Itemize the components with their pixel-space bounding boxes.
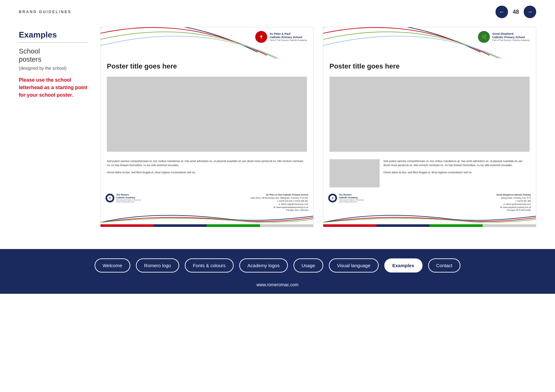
poster2-footer-address: Good Shepherd Catholic Primary Spring Ro… xyxy=(496,193,531,212)
poster2-logo-circle: 🌿 xyxy=(478,31,490,43)
poster1-body-para1: Sed putent sanctus comprehensam ut, eos … xyxy=(107,159,307,167)
svg-text:✝: ✝ xyxy=(109,197,111,200)
nav-usage[interactable]: Usage xyxy=(293,258,323,272)
poster1-footer: ✝ The Romero Catholic Academy Nurturing … xyxy=(101,191,313,227)
sidebar-instruction: Please use the school letterhead as a st… xyxy=(19,76,88,99)
poster2-footer-logo-text: The Romero Catholic Academy Nurturing th… xyxy=(339,193,364,203)
poster1-name-line2: Catholic Primary School xyxy=(270,36,307,39)
poster2-small-image xyxy=(329,159,380,187)
poster2-name-line3: Part of The Romero Catholic Academy xyxy=(492,39,530,42)
footer-nav: Welcome Romero logo Fonts & colours Acad… xyxy=(0,249,555,282)
poster2-main-image xyxy=(329,77,530,152)
poster-1: ✝ Ss Peter & Paul Catholic Primary Schoo… xyxy=(100,27,314,227)
poster1-footer-address: Ss Peter & Paul Catholic Primary School … xyxy=(251,193,308,212)
poster1-name-line1: Ss Peter & Paul xyxy=(270,32,307,36)
nav-controls: ← 48 → xyxy=(495,6,536,18)
poster2-footer-arcs xyxy=(323,213,536,222)
poster2-footer-logo: ✝ The Romero Catholic Academy Nurturing … xyxy=(328,193,364,203)
poster2-footer: ✝ The Romero Catholic Academy Nurturing … xyxy=(323,191,536,227)
poster1-main-image xyxy=(107,77,307,152)
page-number: 48 xyxy=(511,9,521,15)
sidebar-divider xyxy=(19,42,88,43)
brand-guidelines-label: BRAND GUIDELINES xyxy=(19,10,71,14)
sidebar: Examples School posters (designed by the… xyxy=(19,24,88,227)
poster1-logo: ✝ Ss Peter & Paul Catholic Primary Schoo… xyxy=(255,31,307,43)
poster2-name-line1: Good Shepherd xyxy=(492,32,530,36)
poster2-footer-logo-circle: ✝ xyxy=(328,194,337,202)
poster2-footer-content: ✝ The Romero Catholic Academy Nurturing … xyxy=(323,191,536,212)
nav-contact[interactable]: Contact xyxy=(428,258,461,272)
poster2-school-name: Good Shepherd Catholic Primary School Pa… xyxy=(492,32,530,42)
poster2-body-row: Sed putere sanctus comprehensam ut, eos … xyxy=(323,155,536,187)
footer-url: www.romeromac.com xyxy=(257,282,299,287)
poster2-footer-bar xyxy=(323,224,536,227)
poster1-body-para2: Omnis latine at duo, sed libris feugiat … xyxy=(107,171,307,175)
poster1-body: Sed putent sanctus comprehensam ut, eos … xyxy=(101,155,313,191)
poster1-title: Poster title goes here xyxy=(101,59,313,74)
posters-area: ✝ Ss Peter & Paul Catholic Primary Schoo… xyxy=(100,24,536,227)
sidebar-note: (designed by the school) xyxy=(19,66,88,71)
poster1-footer-bar xyxy=(101,224,313,227)
poster1-footer-content: ✝ The Romero Catholic Academy Nurturing … xyxy=(101,191,313,212)
footer-url-bar: www.romeromac.com xyxy=(0,282,555,294)
sidebar-subtitle: School posters xyxy=(19,47,88,64)
svg-text:🌿: 🌿 xyxy=(481,34,487,40)
svg-text:✝: ✝ xyxy=(259,34,263,39)
poster2-body-para1: Sed putere sanctus comprehensam ut, eos … xyxy=(383,159,530,167)
poster2-body-text-block: Sed putere sanctus comprehensam ut, eos … xyxy=(383,159,530,187)
main-content: Examples School posters (designed by the… xyxy=(0,24,555,240)
poster2-name-line2: Catholic Primary School xyxy=(492,36,530,39)
page-header: BRAND GUIDELINES ← 48 → xyxy=(0,0,555,24)
svg-text:✝: ✝ xyxy=(331,197,334,200)
poster1-footer-logo: ✝ The Romero Catholic Academy Nurturing … xyxy=(106,193,141,203)
poster1-name-line3: Part of The Romero Catholic Academy xyxy=(270,39,307,42)
poster1-footer-logo-circle: ✝ xyxy=(106,194,114,202)
nav-visual-language[interactable]: Visual language xyxy=(329,258,378,272)
poster1-footer-arcs xyxy=(101,213,313,222)
poster1-logo-circle: ✝ xyxy=(255,31,267,43)
nav-academy-logos[interactable]: Academy logos xyxy=(239,258,288,272)
nav-romero-logo[interactable]: Romero logo xyxy=(136,258,179,272)
poster2-logo: 🌿 Good Shepherd Catholic Primary School … xyxy=(478,31,530,43)
poster2-title: Poster title goes here xyxy=(323,59,536,74)
nav-welcome[interactable]: Welcome xyxy=(95,258,130,272)
sidebar-title: Examples xyxy=(19,30,88,40)
poster-2: 🌿 Good Shepherd Catholic Primary School … xyxy=(323,27,536,227)
poster1-footer-logo-text: The Romero Catholic Academy Nurturing th… xyxy=(116,193,141,203)
next-page-button[interactable]: → xyxy=(524,6,536,18)
poster1-school-name: Ss Peter & Paul Catholic Primary School … xyxy=(270,32,307,42)
nav-fonts-colours[interactable]: Fonts & colours xyxy=(185,258,234,272)
nav-examples[interactable]: Examples xyxy=(384,258,423,272)
poster2-body-para2: Omnis latine at duo, sed libris feugiat … xyxy=(383,171,530,175)
prev-page-button[interactable]: ← xyxy=(495,6,508,18)
